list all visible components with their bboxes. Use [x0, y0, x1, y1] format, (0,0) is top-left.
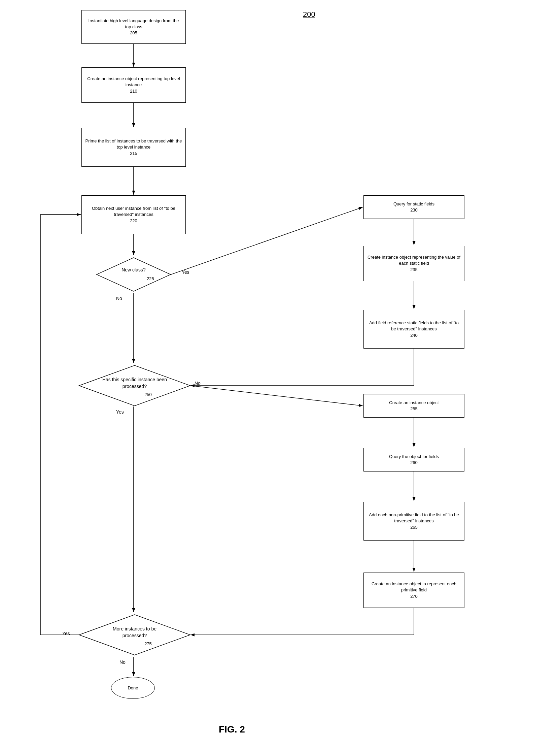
- svg-marker-0: [97, 258, 171, 291]
- box-215-num: 215: [130, 150, 137, 157]
- box-220: Obtain next user instance from list of "…: [81, 195, 186, 234]
- box-205-label: Instantiate high level language design f…: [85, 18, 182, 30]
- box-210: Create an instance object representing t…: [81, 67, 186, 103]
- diamond-225: New class? 225: [95, 256, 172, 293]
- no-label-275: No: [120, 659, 125, 665]
- box-255-num: 255: [410, 406, 418, 412]
- no-label-225: No: [116, 296, 122, 301]
- svg-text:New class?: New class?: [121, 267, 146, 273]
- svg-text:processed?: processed?: [122, 383, 147, 389]
- svg-text:275: 275: [144, 641, 152, 646]
- diagram-title: 200: [303, 10, 315, 19]
- box-230-label: Query for static fields: [393, 201, 435, 207]
- box-205-num: 205: [130, 30, 137, 36]
- svg-text:250: 250: [144, 392, 152, 397]
- svg-text:More instances to be: More instances to be: [113, 626, 156, 631]
- box-270: Create an instance object to represent e…: [363, 572, 464, 608]
- box-260: Query the object for fields 260: [363, 448, 464, 471]
- box-255-label: Create an instance object: [389, 400, 439, 406]
- diamond-275: More instances to be processed? 275: [77, 613, 192, 657]
- svg-text:225: 225: [147, 276, 154, 281]
- yes-label-225: Yes: [182, 270, 190, 275]
- box-210-label: Create an instance object representing t…: [85, 76, 182, 88]
- done-label: Done: [127, 685, 138, 691]
- box-220-label: Obtain next user instance from list of "…: [85, 206, 182, 217]
- box-255: Create an instance object 255: [363, 394, 464, 418]
- svg-line-20: [191, 385, 363, 406]
- svg-line-16: [171, 207, 363, 275]
- svg-text:Has this specific instance bee: Has this specific instance been: [102, 377, 167, 382]
- box-220-num: 220: [130, 218, 137, 224]
- svg-text:processed?: processed?: [122, 633, 147, 638]
- yes-label-250: Yes: [116, 409, 124, 415]
- box-205: Instantiate high level language design f…: [81, 10, 186, 44]
- box-265: Add each non-primitive field to the list…: [363, 502, 464, 540]
- box-260-label: Query the object for fields: [389, 454, 439, 460]
- no-label-250: No: [195, 380, 200, 386]
- box-240-num: 240: [410, 332, 418, 338]
- yes-label-275: Yes: [62, 631, 70, 636]
- fig-label: FIG. 2: [219, 724, 245, 735]
- box-215-label: Prime the list of instances to be traver…: [85, 138, 182, 150]
- box-240: Add field reference static fields to the…: [363, 310, 464, 349]
- box-235-num: 235: [410, 267, 418, 273]
- box-235-label: Create instance object representing the …: [367, 254, 461, 266]
- box-270-num: 270: [410, 593, 418, 600]
- box-270-label: Create an instance object to represent e…: [367, 581, 461, 593]
- diagram-container: 200 Instantiate high level language desi…: [0, 0, 560, 748]
- done-oval: Done: [111, 677, 155, 699]
- box-210-num: 210: [130, 88, 137, 94]
- box-240-label: Add field reference static fields to the…: [367, 320, 461, 332]
- box-260-num: 260: [410, 460, 418, 466]
- box-265-num: 265: [410, 524, 418, 531]
- diamond-250: Has this specific instance been processe…: [77, 364, 192, 407]
- box-230-num: 230: [410, 207, 418, 213]
- box-235: Create instance object representing the …: [363, 246, 464, 281]
- box-230: Query for static fields 230: [363, 195, 464, 219]
- box-215: Prime the list of instances to be traver…: [81, 128, 186, 167]
- box-265-label: Add each non-primitive field to the list…: [367, 512, 461, 524]
